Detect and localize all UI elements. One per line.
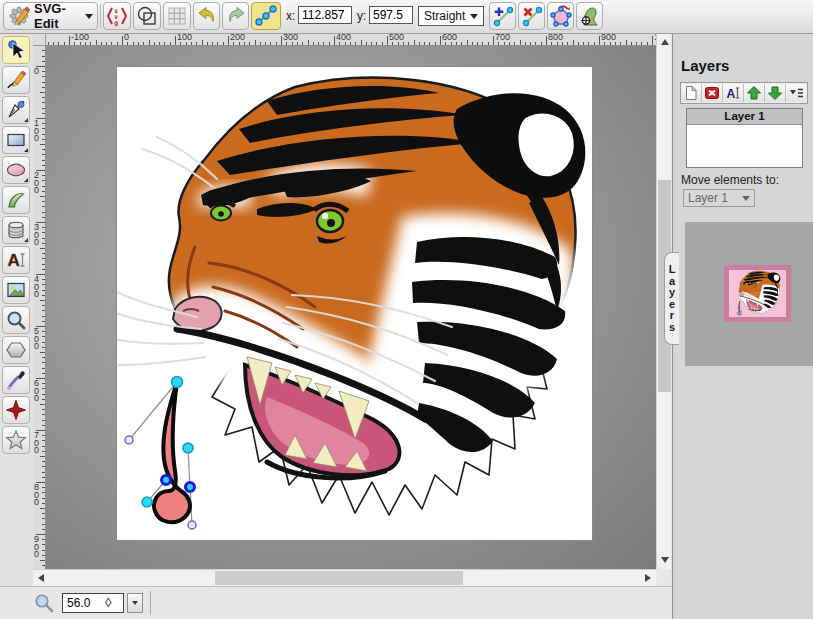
ruler-tick xyxy=(111,42,112,45)
tool-shape-library[interactable] xyxy=(2,216,30,244)
delete-node-button[interactable] xyxy=(518,2,545,30)
scroll-right-icon[interactable] xyxy=(645,574,651,582)
move-layer-up-button[interactable] xyxy=(744,84,765,102)
ruler-tick xyxy=(361,40,362,45)
ruler-tick xyxy=(42,212,45,213)
main-menu-label: SVG-Edit xyxy=(34,1,81,31)
scroll-up-icon[interactable] xyxy=(661,39,669,45)
scroll-down-icon[interactable] xyxy=(661,557,669,563)
ruler-tick xyxy=(40,560,45,561)
rename-layer-button[interactable]: A xyxy=(723,84,744,102)
delete-node-icon xyxy=(521,5,543,27)
layer-menu-button[interactable] xyxy=(786,84,806,102)
ruler-tick xyxy=(323,42,324,45)
ruler-tick xyxy=(175,36,176,45)
ruler-tick xyxy=(101,42,102,45)
delete-layer-button[interactable] xyxy=(702,84,723,102)
ruler-tick xyxy=(573,40,574,45)
eyedropper-icon xyxy=(5,369,27,391)
zoom-level-field[interactable]: ◊ xyxy=(62,593,124,613)
segment-type-select[interactable]: Straight xyxy=(418,6,484,26)
tool-line[interactable] xyxy=(2,96,30,124)
ruler-tick xyxy=(647,42,648,45)
ruler-tick xyxy=(472,42,473,45)
zoom-level-input[interactable] xyxy=(63,596,105,610)
ruler-tick xyxy=(636,42,637,45)
tool-rectangle[interactable] xyxy=(2,126,30,154)
tool-star[interactable] xyxy=(2,426,30,454)
layers-panel-title: Layers xyxy=(681,57,729,74)
move-layer-down-button[interactable] xyxy=(765,84,786,102)
ruler-tick xyxy=(40,300,45,301)
grid-button[interactable] xyxy=(163,2,191,30)
svg-canvas-page[interactable] xyxy=(117,67,592,540)
ruler-tick xyxy=(509,42,510,45)
shapes-button[interactable] xyxy=(133,2,161,30)
tool-path[interactable] xyxy=(2,186,30,214)
canvas-background[interactable] xyxy=(45,45,656,569)
ruler-tick xyxy=(42,373,45,374)
ruler-tick xyxy=(42,56,45,57)
x-coordinate-label: x: xyxy=(286,9,295,23)
y-coordinate-input[interactable] xyxy=(369,6,413,24)
tool-zoom[interactable] xyxy=(2,306,30,334)
layer-list[interactable]: Layer 1 xyxy=(686,108,803,168)
layer-list-header[interactable]: Layer 1 xyxy=(687,109,802,125)
ruler-tick xyxy=(42,154,45,155)
link-control-points-button[interactable] xyxy=(251,2,281,30)
tiger-drawing[interactable] xyxy=(117,67,592,540)
star-icon xyxy=(5,429,27,451)
layer-thumbnail xyxy=(729,270,786,317)
undo-button[interactable] xyxy=(193,2,220,30)
ruler-tick xyxy=(42,461,45,462)
ruler-tick xyxy=(387,36,388,45)
horizontal-scrollbar-thumb[interactable] xyxy=(215,571,463,585)
ruler-tick xyxy=(557,42,558,45)
ruler-tick xyxy=(42,50,45,51)
horizontal-scrollbar[interactable] xyxy=(33,569,656,586)
ruler-tick xyxy=(40,352,45,353)
ruler-tick xyxy=(42,305,45,306)
tool-pencil[interactable] xyxy=(2,66,30,94)
layer-buttons-strip: A xyxy=(680,82,808,104)
main-menu-button[interactable]: SVG-Edit xyxy=(3,2,98,30)
tool-eyedropper[interactable] xyxy=(2,366,30,394)
ruler-tick xyxy=(42,513,45,514)
reorient-path-button[interactable] xyxy=(576,2,603,30)
source-code-icon: svg xyxy=(106,5,128,27)
hexagon-icon xyxy=(5,339,27,361)
ruler-tick xyxy=(42,425,45,426)
tool-connector[interactable] xyxy=(2,396,30,424)
ruler-tick xyxy=(42,414,45,415)
ruler-tick xyxy=(276,42,277,45)
zoom-dropdown-button[interactable] xyxy=(127,593,143,613)
tool-select[interactable] xyxy=(2,36,30,64)
tool-image[interactable] xyxy=(2,276,30,304)
zoom-spinner-icon[interactable]: ◊ xyxy=(105,594,111,612)
svg-edit-logo-icon xyxy=(8,5,30,27)
x-coordinate-input[interactable] xyxy=(298,6,352,24)
move-elements-select[interactable]: Layer 1 xyxy=(683,189,755,207)
left-tool-palette: A xyxy=(0,33,34,586)
new-layer-button[interactable] xyxy=(681,84,702,102)
tool-text[interactable]: A xyxy=(2,246,30,274)
layer-thumbnail-frame[interactable] xyxy=(724,265,791,322)
ruler-label: 400 xyxy=(34,276,43,299)
scroll-left-icon[interactable] xyxy=(38,574,44,582)
redo-button[interactable] xyxy=(222,2,249,30)
open-path-button[interactable] xyxy=(547,2,574,30)
ruler-tick xyxy=(42,97,45,98)
source-code-button[interactable]: svg xyxy=(103,2,131,30)
move-elements-label: Move elements to: xyxy=(681,173,779,187)
ruler-tick xyxy=(106,42,107,45)
ruler-tick xyxy=(40,508,45,509)
ruler-label: 500 xyxy=(34,328,43,351)
layers-tab-handle[interactable]: Layers xyxy=(664,252,679,345)
add-node-button[interactable] xyxy=(489,2,516,30)
ruler-corner xyxy=(33,33,46,46)
ruler-tick xyxy=(249,42,250,45)
tool-ellipse[interactable] xyxy=(2,156,30,184)
tool-polygon[interactable] xyxy=(2,336,30,364)
ruler-tick xyxy=(652,36,653,45)
ruler-tick xyxy=(164,42,165,45)
